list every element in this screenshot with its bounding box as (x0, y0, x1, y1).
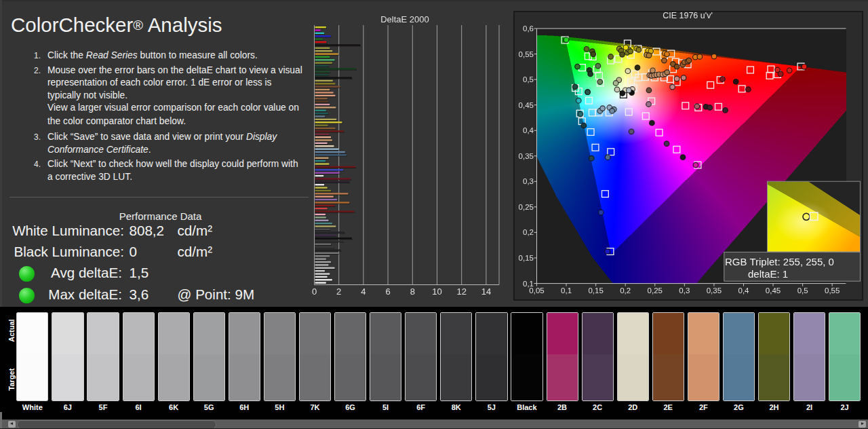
svg-text:14: 14 (481, 286, 491, 297)
svg-text:0: 0 (312, 286, 317, 297)
svg-text:12: 12 (456, 286, 466, 297)
svg-text:10: 10 (432, 286, 441, 297)
svg-text:8: 8 (410, 286, 415, 297)
svg-text:2: 2 (336, 286, 341, 297)
svg-text:DeltaE 2000: DeltaE 2000 (380, 14, 429, 24)
svg-text:6: 6 (385, 286, 390, 297)
svg-text:4: 4 (361, 286, 366, 297)
